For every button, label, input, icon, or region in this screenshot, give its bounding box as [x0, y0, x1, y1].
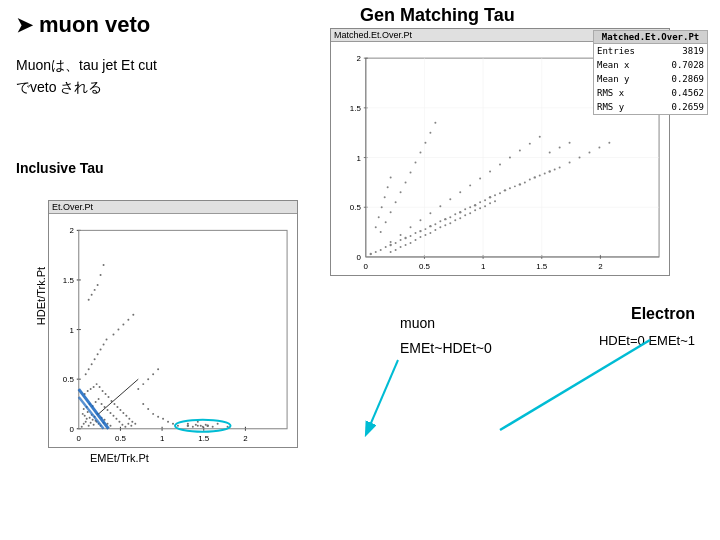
- left-scatter-svg: 0 0.5 1 1.5 2 0 0.5 1: [49, 214, 297, 448]
- svg-point-164: [400, 239, 402, 241]
- svg-point-25: [90, 422, 92, 424]
- entries-value: 3819: [682, 44, 704, 58]
- hdet-zero-label: HDEt=0 EMEt~1: [599, 333, 695, 348]
- svg-point-235: [385, 221, 387, 223]
- right-panel: Gen Matching Tau Matched.Et.Over.Pt 0 0.…: [320, 0, 720, 280]
- svg-text:2: 2: [243, 434, 247, 443]
- svg-point-106: [157, 368, 159, 370]
- svg-point-123: [212, 426, 214, 428]
- svg-point-224: [449, 198, 451, 200]
- svg-point-174: [449, 216, 451, 218]
- svg-rect-21: [79, 230, 287, 428]
- svg-point-220: [410, 226, 412, 228]
- svg-point-100: [217, 423, 219, 425]
- svg-point-205: [434, 229, 436, 231]
- svg-point-60: [124, 426, 126, 428]
- svg-point-77: [125, 415, 127, 417]
- svg-point-76: [122, 412, 124, 414]
- muon-annotation: muon: [400, 315, 435, 331]
- gen-matching-title: Gen Matching Tau: [360, 5, 515, 26]
- svg-point-243: [424, 142, 426, 144]
- svg-point-232: [529, 143, 531, 145]
- svg-point-242: [419, 152, 421, 154]
- svg-point-193: [544, 172, 546, 174]
- svg-point-192: [539, 174, 541, 176]
- svg-point-82: [88, 368, 90, 370]
- svg-point-70: [105, 393, 107, 395]
- svg-text:1.5: 1.5: [350, 104, 362, 113]
- svg-point-245: [434, 122, 436, 124]
- svg-point-254: [579, 157, 581, 159]
- svg-point-81: [85, 373, 87, 375]
- svg-point-246: [375, 226, 377, 228]
- svg-point-83: [91, 363, 93, 365]
- svg-point-50: [95, 401, 97, 403]
- mean-x-value: 0.7028: [671, 58, 704, 72]
- stats-rms-y-row: RMS y 0.2659: [594, 100, 707, 114]
- svg-point-200: [410, 242, 412, 244]
- left-plot-box: Et.Over.Pt 0 0.5 1 1.5: [48, 200, 298, 448]
- svg-text:1.5: 1.5: [198, 434, 210, 443]
- svg-point-73: [113, 403, 115, 405]
- mean-x-label: Mean x: [597, 58, 630, 72]
- svg-text:2: 2: [598, 262, 603, 271]
- muon-veto-title: ➤ muon veto: [16, 12, 294, 38]
- svg-text:0: 0: [69, 425, 74, 434]
- electron-arrow-svg: [320, 285, 720, 540]
- svg-point-208: [449, 222, 451, 224]
- svg-point-182: [489, 196, 491, 198]
- svg-point-209: [454, 219, 456, 221]
- svg-point-74: [116, 406, 118, 408]
- mean-y-value: 0.2869: [671, 72, 704, 86]
- rms-x-label: RMS x: [597, 86, 624, 100]
- svg-point-180: [479, 201, 481, 203]
- svg-text:0: 0: [77, 434, 82, 443]
- svg-point-253: [569, 162, 571, 164]
- svg-point-236: [390, 211, 392, 213]
- svg-point-94: [167, 421, 169, 423]
- svg-point-170: [429, 225, 431, 227]
- svg-point-161: [385, 246, 387, 248]
- svg-text:0.5: 0.5: [115, 434, 127, 443]
- svg-point-85: [97, 353, 99, 355]
- svg-point-45: [110, 425, 112, 427]
- svg-point-68: [99, 386, 101, 388]
- svg-point-175: [454, 213, 456, 215]
- emet-hdet-annotation: EMEt~HDEt~0: [400, 340, 492, 356]
- svg-point-197: [395, 249, 397, 251]
- svg-point-223: [439, 205, 441, 207]
- svg-point-191: [534, 176, 536, 178]
- svg-point-59: [121, 424, 123, 426]
- svg-point-37: [82, 413, 84, 415]
- svg-point-67: [96, 383, 98, 385]
- svg-point-61: [127, 423, 129, 425]
- svg-point-171: [434, 223, 436, 225]
- annotation-arrows-svg: [320, 285, 720, 540]
- svg-point-226: [469, 184, 471, 186]
- svg-point-213: [474, 209, 476, 211]
- svg-point-91: [152, 413, 154, 415]
- svg-point-233: [539, 136, 541, 138]
- mean-y-label: Mean y: [597, 72, 630, 86]
- svg-point-241: [415, 162, 417, 164]
- svg-point-22: [83, 423, 85, 425]
- svg-point-121: [202, 426, 204, 428]
- svg-text:0.5: 0.5: [350, 203, 362, 212]
- svg-point-116: [100, 274, 102, 276]
- svg-point-211: [464, 214, 466, 216]
- svg-text:1.5: 1.5: [63, 276, 75, 285]
- svg-point-168: [419, 230, 421, 232]
- svg-point-108: [117, 329, 119, 331]
- svg-point-256: [598, 147, 600, 149]
- svg-text:0: 0: [364, 262, 369, 271]
- svg-text:0: 0: [356, 253, 361, 262]
- rms-x-value: 0.4562: [671, 86, 704, 100]
- svg-line-262: [500, 340, 650, 430]
- svg-point-202: [419, 236, 421, 238]
- svg-point-110: [127, 319, 129, 321]
- svg-point-204: [429, 232, 431, 234]
- svg-point-124: [195, 424, 197, 426]
- stats-box-title: Matched.Et.Over.Pt: [594, 31, 707, 44]
- svg-point-80: [134, 423, 136, 425]
- svg-point-176: [459, 211, 461, 213]
